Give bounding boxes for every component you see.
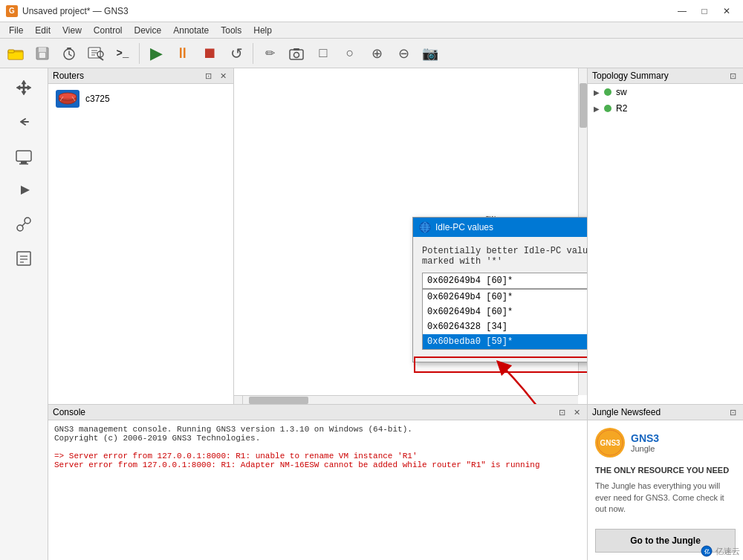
topo-item-sw[interactable]: ▶ sw: [588, 84, 743, 100]
menu-annotate[interactable]: Annotate: [167, 24, 215, 37]
idle-select-value[interactable]: 0x602649b4 [60]* ▼: [422, 273, 587, 289]
console-panel-header: Console ⊡ ✕: [48, 405, 587, 420]
svg-text:亿: 亿: [704, 549, 710, 554]
ellipse-tool-button[interactable]: ○: [337, 42, 363, 65]
menu-view[interactable]: View: [56, 24, 88, 37]
stop-button[interactable]: ⏹: [197, 42, 222, 65]
menu-file[interactable]: File: [3, 24, 29, 37]
svg-line-22: [22, 223, 25, 226]
app-icon: G: [6, 5, 18, 17]
main-area: Routers ⊡ ✕: [0, 68, 743, 560]
menu-edit[interactable]: Edit: [29, 24, 56, 37]
jungle-logo-text-group: GNS3 Jungle: [631, 432, 659, 453]
idle-dialog: Idle-PC values ? ✕ Potentially better Id…: [412, 217, 587, 362]
menubar: File Edit View Control Device Annotate T…: [0, 22, 743, 39]
topology-panel-controls: ⊡: [727, 71, 739, 81]
canvas-area[interactable]: sw: [234, 68, 587, 404]
rect-tool-button[interactable]: □: [311, 42, 336, 65]
svg-text:GNS3: GNS3: [600, 439, 620, 447]
topology-panel-title: Topology Summary: [592, 71, 669, 81]
tool-note[interactable]: [5, 242, 42, 275]
menu-tools[interactable]: Tools: [215, 24, 247, 37]
topo-dot-sw: [604, 88, 611, 96]
svg-rect-6: [67, 48, 71, 49]
close-button[interactable]: ✕: [716, 4, 737, 19]
jungle-content: GNS3 GNS3 Jungle THE ONLY RESOURCE YOU N…: [588, 420, 743, 560]
svg-point-21: [25, 218, 30, 224]
idle-dialog-titlebar: Idle-PC values ? ✕: [413, 218, 587, 237]
tool-link[interactable]: [5, 208, 42, 241]
router-item-c3725[interactable]: c3725: [51, 87, 230, 111]
terminal-button[interactable]: >_: [110, 42, 135, 65]
svg-rect-1: [8, 50, 14, 53]
edit-node-button[interactable]: ✏: [257, 42, 282, 65]
idle-option-0[interactable]: 0x602649b4 [60]*: [423, 290, 587, 305]
svg-point-14: [294, 52, 299, 57]
idle-option-1[interactable]: 0x602649b4 [60]*: [423, 305, 587, 319]
content-area: Routers ⊡ ✕: [48, 68, 743, 560]
watermark-text: 亿速云: [716, 546, 740, 557]
timer-button[interactable]: [56, 42, 82, 65]
camera-button[interactable]: 📷: [418, 42, 443, 65]
svg-rect-18: [19, 163, 28, 165]
tool-move[interactable]: [5, 71, 42, 104]
save-button[interactable]: [30, 42, 55, 65]
console-panel-close[interactable]: ✕: [571, 407, 583, 417]
idle-select-display: 0x602649b4 [60]*: [427, 276, 513, 286]
toolbar-separator-1: [139, 43, 140, 64]
routers-panel-close[interactable]: ✕: [217, 71, 229, 81]
topology-panel-float[interactable]: ⊡: [727, 71, 739, 81]
tool-device[interactable]: [5, 140, 42, 172]
topo-item-r2[interactable]: ▶ R2: [588, 100, 743, 117]
menu-device[interactable]: Device: [129, 24, 168, 37]
window-controls: — □ ✕: [672, 4, 737, 19]
topology-panel-header: Topology Summary ⊡: [588, 68, 743, 84]
topology-items: ▶ sw ▶ R2: [588, 84, 743, 117]
svg-marker-19: [21, 186, 30, 195]
console-line-3: => Server error from 127.0.0.1:8000: R1:…: [54, 452, 581, 460]
menu-help[interactable]: Help: [247, 24, 278, 37]
titlebar: G Unsaved project* — GNS3 — □ ✕: [0, 0, 743, 22]
reload-button[interactable]: ↺: [224, 42, 249, 65]
pause-button[interactable]: ⏸: [170, 42, 195, 65]
jungle-panel-float[interactable]: ⊡: [727, 407, 739, 417]
console-content: GNS3 management console. Running GNS3 ve…: [48, 420, 587, 560]
console-line-2: [54, 443, 581, 452]
svg-rect-4: [39, 53, 45, 58]
browse-button[interactable]: [83, 42, 108, 65]
tool-back[interactable]: [5, 105, 42, 138]
open-folder-button[interactable]: [3, 42, 28, 65]
idle-dialog-overlay: Idle-PC values ? ✕ Potentially better Id…: [234, 68, 587, 404]
play-button[interactable]: ▶: [143, 42, 169, 65]
routers-panel-controls: ⊡ ✕: [202, 71, 229, 81]
toolbar: >_ ▶ ⏸ ⏹ ↺ ✏ □ ○ ⊕ ⊖ 📷: [0, 39, 743, 68]
jungle-logo: GNS3 GNS3 Jungle: [595, 428, 659, 458]
svg-rect-17: [21, 161, 27, 163]
routers-list: c3725: [48, 84, 233, 114]
console-line-1: Copyright (c) 2006-2019 GNS3 Technologie…: [54, 434, 581, 443]
minimize-button[interactable]: —: [672, 4, 692, 19]
bottom-panels: Console ⊡ ✕ GNS3 management console. Run…: [48, 404, 743, 560]
console-panel-float[interactable]: ⊡: [556, 407, 568, 417]
jungle-logo-sub: Jungle: [631, 444, 659, 453]
maximize-button[interactable]: □: [694, 4, 715, 19]
jungle-panel-controls: ⊡: [727, 407, 739, 417]
idle-dialog-desc: Potentially better Idle-PC values are ma…: [422, 246, 587, 267]
zoom-in-button[interactable]: ⊕: [364, 42, 389, 65]
routers-panel-title: Routers: [53, 71, 84, 81]
routers-panel-float[interactable]: ⊡: [202, 71, 214, 81]
idle-select-container[interactable]: 0x602649b4 [60]* ▼ 0x602649b4 [60]* 0x60…: [422, 273, 587, 350]
svg-point-20: [17, 225, 23, 231]
idle-option-3[interactable]: 0x60bedba0 [59]*: [423, 334, 587, 349]
watermark: 亿 亿速云: [701, 545, 740, 557]
svg-rect-23: [17, 252, 30, 265]
tool-forward[interactable]: [5, 174, 42, 206]
topo-arrow-sw: ▶: [594, 88, 600, 97]
topo-label-r2: R2: [616, 103, 627, 114]
router-label-c3725: c3725: [85, 94, 110, 104]
menu-control[interactable]: Control: [88, 24, 129, 37]
jungle-logo-text: GNS3: [631, 432, 659, 444]
screenshot-button[interactable]: [284, 42, 309, 65]
idle-option-2[interactable]: 0x60264328 [34]: [423, 319, 587, 334]
zoom-out-button[interactable]: ⊖: [391, 42, 416, 65]
